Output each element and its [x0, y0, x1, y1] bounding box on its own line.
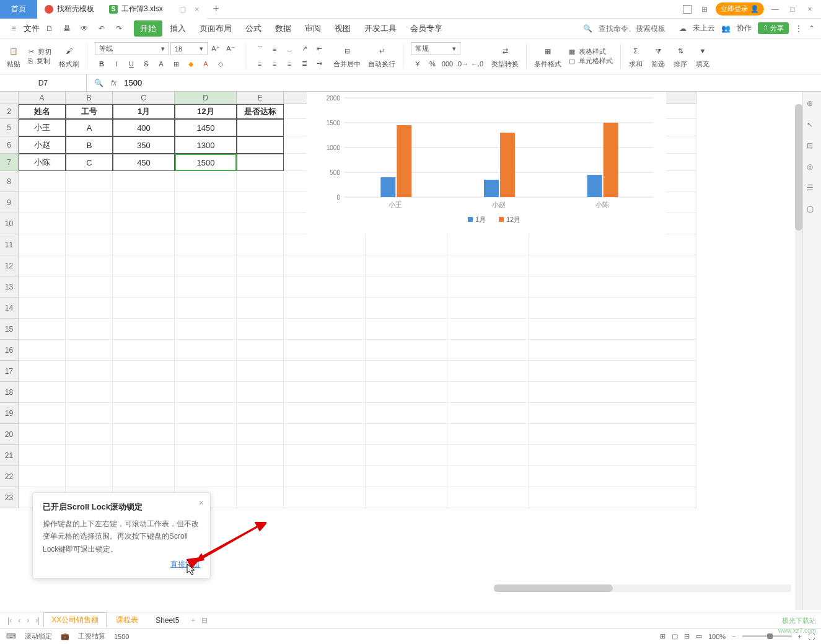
- sheet-tab-2[interactable]: 课程表: [108, 612, 146, 628]
- format-painter[interactable]: 🖌 格式刷: [59, 43, 79, 69]
- sheet-last-icon[interactable]: ›|: [33, 616, 42, 625]
- panel-icon-4[interactable]: ◎: [807, 162, 818, 174]
- fx-icon[interactable]: fx: [111, 79, 116, 87]
- close-button[interactable]: ×: [804, 3, 816, 15]
- new-tab-button[interactable]: +: [207, 2, 226, 15]
- maximize-button[interactable]: □: [786, 3, 799, 15]
- paste-group[interactable]: 📋 粘贴: [6, 43, 21, 69]
- row-header-22[interactable]: 22: [0, 466, 19, 487]
- sheet-list-button[interactable]: ⊟: [199, 616, 210, 625]
- row-header-20[interactable]: 20: [0, 424, 19, 445]
- cell-E10[interactable]: [237, 213, 284, 234]
- cell-A19[interactable]: [19, 403, 66, 424]
- cell-F13[interactable]: [284, 276, 366, 298]
- cell-G20[interactable]: [366, 424, 447, 445]
- row-header-9[interactable]: 9: [0, 192, 19, 213]
- cell-B17[interactable]: [66, 361, 113, 382]
- strike-button[interactable]: S: [139, 58, 153, 70]
- orientation-icon[interactable]: ↗: [297, 43, 311, 55]
- row-header-14[interactable]: 14: [0, 298, 19, 319]
- indent-inc-icon[interactable]: ⇥: [312, 58, 326, 70]
- cell-F12[interactable]: [284, 255, 366, 276]
- cell-F17[interactable]: [284, 361, 366, 382]
- col-header-B[interactable]: B: [66, 92, 113, 104]
- save-icon[interactable]: 🗋: [42, 21, 57, 36]
- cell-H14[interactable]: [447, 298, 529, 319]
- cell-F21[interactable]: [284, 445, 366, 466]
- cell-A8[interactable]: [19, 171, 66, 192]
- cell-B20[interactable]: [66, 424, 113, 445]
- fill-color-button[interactable]: ◆: [184, 58, 198, 70]
- cell-C8[interactable]: [113, 171, 175, 192]
- cell-C15[interactable]: [113, 319, 175, 340]
- cell-E17[interactable]: [237, 361, 284, 382]
- salary-icon[interactable]: 💼: [61, 632, 69, 640]
- cell-B14[interactable]: [66, 298, 113, 319]
- minimize-button[interactable]: —: [769, 3, 781, 15]
- cell-F14[interactable]: [284, 298, 366, 319]
- cut-label[interactable]: 剪切: [38, 47, 51, 56]
- panel-select-icon[interactable]: ↖: [807, 120, 818, 131]
- cell-C14[interactable]: [113, 298, 175, 319]
- row-header-5[interactable]: 5: [0, 119, 19, 136]
- merge-button[interactable]: ⊟ 合并居中: [333, 43, 361, 69]
- tab-view[interactable]: 视图: [328, 20, 357, 37]
- cell-A16[interactable]: [19, 340, 66, 361]
- cell-H23[interactable]: [447, 487, 529, 508]
- row-header-7[interactable]: 7: [0, 154, 19, 171]
- cell-D12[interactable]: [175, 255, 237, 276]
- cell-F18[interactable]: [284, 382, 366, 403]
- cell-I17[interactable]: [529, 361, 696, 382]
- clear-format-button[interactable]: ◇: [214, 58, 227, 70]
- cell-A18[interactable]: [19, 382, 66, 403]
- cell-G18[interactable]: [366, 382, 447, 403]
- cell-I22[interactable]: [529, 466, 696, 487]
- tab-templates[interactable]: 找稻壳模板: [37, 0, 102, 19]
- sort-button[interactable]: ⇅排序: [673, 43, 688, 69]
- cond-format-button[interactable]: ▦ 条件格式: [534, 43, 561, 69]
- add-sheet-button[interactable]: +: [188, 616, 198, 625]
- cell-C10[interactable]: [113, 213, 175, 234]
- cell-C21[interactable]: [113, 445, 175, 466]
- view-read-icon[interactable]: ▭: [696, 632, 702, 640]
- panel-icon-5[interactable]: ☰: [807, 183, 818, 195]
- print-icon[interactable]: 🖶: [59, 21, 74, 36]
- tooltip-exit-link[interactable]: 直接退出: [43, 559, 200, 570]
- type-convert-button[interactable]: ⇄ 类型转换: [491, 43, 519, 69]
- cell-H18[interactable]: [447, 382, 529, 403]
- cell-B18[interactable]: [66, 382, 113, 403]
- cell-H16[interactable]: [447, 340, 529, 361]
- cell-I23[interactable]: [529, 487, 696, 508]
- cell-B2[interactable]: 工号: [66, 104, 113, 119]
- cell-A17[interactable]: [19, 361, 66, 382]
- search-fx-icon[interactable]: 🔍: [94, 79, 103, 87]
- vertical-scrollbar[interactable]: [795, 104, 802, 610]
- row-header-17[interactable]: 17: [0, 361, 19, 382]
- align-right-icon[interactable]: ≡: [283, 58, 296, 70]
- sheet-area[interactable]: ABCDEFGHI 256789101112131415161718192021…: [0, 92, 821, 557]
- redo-icon[interactable]: ↷: [112, 21, 126, 36]
- cell-G11[interactable]: [366, 234, 447, 255]
- cell-I14[interactable]: [529, 298, 696, 319]
- cell-H22[interactable]: [447, 466, 529, 487]
- increase-font-icon[interactable]: A⁺: [209, 42, 222, 55]
- cell-E9[interactable]: [237, 192, 284, 213]
- cell-B19[interactable]: [66, 403, 113, 424]
- cell-F11[interactable]: [284, 234, 366, 255]
- align-middle-icon[interactable]: ≡: [268, 43, 281, 55]
- cell-C2[interactable]: 1月: [113, 104, 175, 119]
- font-select[interactable]: 等线▾: [95, 42, 169, 55]
- cell-C13[interactable]: [113, 276, 175, 298]
- cell-A6[interactable]: 小赵: [19, 136, 66, 154]
- align-center-icon[interactable]: ≡: [268, 58, 281, 70]
- cell-A20[interactable]: [19, 424, 66, 445]
- cell-C12[interactable]: [113, 255, 175, 276]
- wrap-button[interactable]: ↵ 自动换行: [368, 43, 395, 69]
- cell-E19[interactable]: [237, 403, 284, 424]
- name-box[interactable]: D7: [0, 74, 87, 91]
- cell-H12[interactable]: [447, 255, 529, 276]
- cloud-icon[interactable]: ☁: [679, 24, 687, 33]
- sheet-tab-3[interactable]: Sheet5: [147, 614, 187, 627]
- input-mode-icon[interactable]: ⌨: [6, 632, 16, 640]
- cell-H19[interactable]: [447, 403, 529, 424]
